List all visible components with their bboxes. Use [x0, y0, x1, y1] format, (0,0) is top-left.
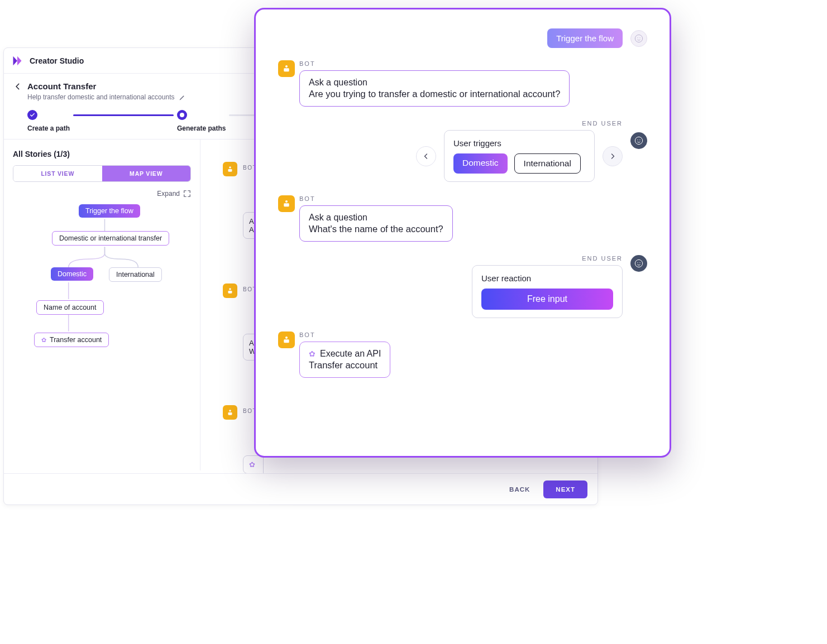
bot-role-label: BOT — [299, 195, 453, 202]
option-international[interactable]: International — [514, 153, 581, 174]
bot-api-bubble[interactable]: ✿ Execute an API Transfer account — [299, 342, 390, 378]
user-triggers-card: User triggers Domestic International — [444, 130, 595, 182]
free-input-button[interactable]: Free input — [481, 289, 613, 310]
end-user-avatar-icon — [630, 132, 647, 149]
brand-logo-icon — [12, 55, 23, 66]
step-create-path: Create a path — [27, 110, 70, 132]
svg-rect-18 — [284, 203, 289, 206]
bot-avatar-icon — [223, 405, 237, 420]
bot-avatar-icon — [223, 283, 237, 298]
bubble-title: Execute an API — [320, 349, 381, 359]
svg-point-15 — [637, 140, 638, 140]
flow-node-trigger[interactable]: Trigger the flow — [79, 204, 140, 218]
bubble-body: What's the name of the account? — [309, 224, 443, 234]
user-turn-2: END USER User reaction Free input — [278, 255, 647, 318]
svg-point-22 — [285, 337, 288, 339]
end-user-role-label: END USER — [582, 255, 623, 262]
bot-message-bubble[interactable]: Ask a question What's the name of the ac… — [299, 205, 453, 242]
bubble-title: Ask a question — [309, 78, 560, 88]
expand-button[interactable]: Expand — [13, 190, 191, 198]
trigger-flow-chip[interactable]: Trigger the flow — [547, 28, 623, 48]
step-generate-paths: Generate paths — [177, 110, 226, 132]
bot-turn-1: BOT Ask a question Are you trying to tra… — [278, 60, 647, 107]
bot-role-label: BOT — [299, 60, 570, 67]
page-description-text: Help transfer domestic and international… — [27, 93, 174, 101]
list-view-button[interactable]: LIST VIEW — [13, 166, 102, 181]
step-label: Create a path — [27, 124, 70, 132]
flow-node-question-2[interactable]: Name of account — [36, 300, 104, 315]
conversation-preview-panel: Trigger the flow BOT Ask a question Are … — [254, 8, 671, 458]
flow-map: Trigger the flow Domestic or internation… — [13, 203, 191, 387]
user-avatar-icon — [630, 30, 647, 47]
svg-rect-4 — [228, 169, 232, 172]
svg-point-10 — [637, 37, 638, 38]
back-button[interactable]: BACK — [506, 486, 533, 493]
map-view-button[interactable]: MAP VIEW — [102, 166, 191, 181]
user-card-title: User triggers — [453, 138, 585, 148]
step-label: Generate paths — [177, 124, 226, 132]
edit-pencil-icon[interactable] — [179, 94, 186, 101]
view-toggle: LIST VIEW MAP VIEW — [13, 165, 191, 182]
bot-turn-2: BOT Ask a question What's the name of th… — [278, 195, 647, 242]
next-button[interactable]: NEXT — [543, 480, 587, 498]
flow-node-option-domestic[interactable]: Domestic — [51, 267, 93, 281]
flow-node-question-1[interactable]: Domestic or international transfer — [52, 231, 169, 246]
user-card-title: User reaction — [481, 273, 613, 283]
wizard-footer: BACK NEXT — [4, 473, 597, 504]
bot-avatar-icon — [278, 195, 295, 212]
svg-point-7 — [229, 410, 231, 412]
page-title: Account Transfer — [27, 81, 96, 91]
svg-point-3 — [229, 166, 231, 169]
end-user-role-label: END USER — [582, 120, 623, 127]
svg-point-19 — [635, 259, 642, 267]
bubble-body: Transfer account — [309, 360, 381, 371]
expand-label: Expand — [157, 190, 180, 198]
peek-bubble: ✿ — [243, 455, 264, 474]
user-reaction-card: User reaction Free input — [472, 265, 623, 318]
bot-avatar-icon — [223, 162, 237, 176]
gear-icon: ✿ — [249, 460, 255, 469]
prev-option-button[interactable] — [416, 146, 436, 166]
svg-rect-8 — [228, 412, 232, 415]
user-turn-1: END USER User triggers Domestic Internat… — [278, 120, 647, 182]
stories-heading: All Stories (1/3) — [13, 150, 191, 158]
svg-point-9 — [635, 35, 642, 42]
stories-side-panel: All Stories (1/3) LIST VIEW MAP VIEW Exp… — [4, 140, 200, 470]
back-chevron-icon[interactable] — [14, 83, 22, 90]
gear-icon: ✿ — [309, 349, 315, 358]
flow-node-action[interactable]: Transfer account — [34, 333, 109, 347]
svg-point-17 — [285, 200, 288, 203]
bot-turn-3: BOT ✿ Execute an API Transfer account — [278, 331, 647, 378]
bot-message-bubble[interactable]: Ask a question Are you trying to transfe… — [299, 70, 570, 107]
svg-point-20 — [637, 262, 638, 263]
svg-point-11 — [639, 37, 640, 38]
svg-point-16 — [639, 140, 640, 140]
trigger-row: Trigger the flow — [278, 28, 647, 48]
flow-node-option-international[interactable]: International — [109, 267, 162, 282]
svg-point-12 — [285, 65, 288, 68]
step-dot-active-icon — [177, 110, 187, 120]
end-user-avatar-icon — [630, 255, 647, 272]
svg-rect-6 — [228, 291, 232, 294]
bot-avatar-icon — [278, 60, 295, 77]
bubble-title: Ask a question — [309, 213, 443, 223]
app-title: Creator Studio — [30, 56, 84, 65]
svg-rect-13 — [284, 68, 289, 71]
svg-point-14 — [635, 137, 642, 144]
svg-rect-23 — [284, 339, 289, 343]
step-dot-done-icon — [27, 110, 37, 120]
expand-icon — [183, 190, 191, 198]
svg-point-21 — [639, 262, 640, 263]
next-option-button[interactable] — [603, 146, 623, 166]
step-connector — [73, 114, 174, 116]
svg-point-5 — [229, 288, 231, 290]
bot-avatar-icon — [278, 331, 295, 348]
option-domestic[interactable]: Domestic — [453, 153, 508, 174]
bot-role-label: BOT — [299, 331, 390, 338]
bubble-body: Are you trying to transfer a domestic or… — [309, 89, 560, 99]
